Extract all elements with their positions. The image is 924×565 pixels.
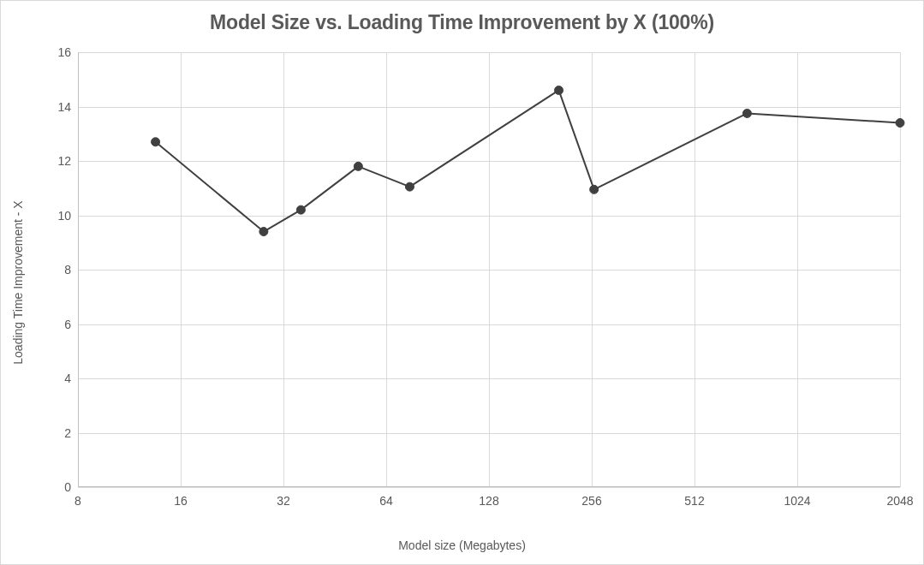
y-tick-label: 16 — [57, 45, 71, 59]
x-tick-label: 16 — [174, 494, 188, 508]
chart-svg — [78, 52, 900, 487]
data-point — [555, 86, 563, 94]
y-tick-label: 0 — [64, 480, 71, 494]
y-tick-label: 4 — [64, 372, 71, 385]
x-tick-label: 2048 — [886, 494, 913, 508]
data-point — [405, 182, 414, 191]
y-tick-label: 2 — [64, 426, 71, 440]
grid-h — [78, 487, 900, 488]
data-point — [742, 109, 751, 117]
data-point — [896, 119, 904, 128]
x-tick-label: 8 — [75, 494, 81, 508]
data-point — [590, 185, 599, 193]
series-points — [152, 86, 904, 235]
chart-title: Model Size vs. Loading Time Improvement … — [1, 1, 923, 34]
x-axis-title: Model size (Megabytes) — [398, 538, 526, 552]
data-point — [296, 205, 305, 214]
x-tick-label: 512 — [684, 494, 704, 508]
y-tick-label: 12 — [57, 154, 71, 168]
data-point — [354, 162, 362, 170]
series-line — [156, 90, 900, 231]
y-tick-label: 8 — [64, 263, 71, 277]
plot-area: 0246810121416 816326412825651210242048 — [78, 52, 900, 487]
x-tick-label: 32 — [277, 494, 290, 508]
x-tick-label: 128 — [479, 494, 498, 508]
x-tick-label: 256 — [581, 494, 601, 508]
x-tick-label: 64 — [379, 494, 393, 508]
y-tick-label: 10 — [57, 209, 71, 223]
x-tick-label: 1024 — [784, 494, 810, 508]
y-tick-label: 6 — [64, 318, 71, 331]
chart-container: Model Size vs. Loading Time Improvement … — [0, 0, 924, 565]
y-axis-title: Loading Time Improvement - X — [11, 200, 25, 364]
data-point — [152, 138, 160, 146]
y-tick-label: 14 — [57, 100, 71, 114]
grid-v — [900, 52, 901, 487]
data-point — [259, 228, 268, 236]
